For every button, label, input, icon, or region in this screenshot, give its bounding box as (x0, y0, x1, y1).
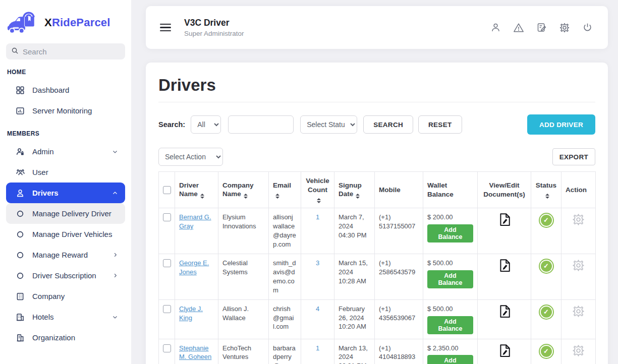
sidebar-item-manage-reward[interactable]: Manage Reward (6, 245, 125, 265)
email-cell: allisonjwallace@dayrep.com (269, 208, 301, 254)
company-cell: EchoTech Ventures (218, 339, 269, 364)
mobile-cell: (+1) 5137155007 (375, 208, 423, 254)
search-category-select[interactable]: All (191, 115, 221, 134)
search-button[interactable]: SEARCH (363, 115, 413, 134)
vehicle-count-link[interactable]: 1 (316, 344, 319, 352)
add-balance-button[interactable]: Add Balance (427, 224, 473, 242)
wallet-amount: $ 200.00 (427, 213, 453, 221)
sidebar-item-server-monitoring[interactable]: Server Monitoring (6, 100, 125, 121)
gear-icon[interactable] (572, 259, 585, 274)
header-status[interactable]: Status (531, 172, 561, 208)
driver-name-link[interactable]: Stephanie M. Goheen (179, 344, 211, 361)
document-edit-icon[interactable] (498, 305, 511, 319)
export-button[interactable]: EXPORT (552, 148, 595, 165)
dashboard-grid-icon (15, 86, 25, 95)
drivers-panel: Drivers Search: All Select Status SEARCH… (146, 63, 608, 364)
vehicle-count-link[interactable]: 3 (316, 259, 319, 267)
driver-person-icon (15, 189, 25, 198)
gear-icon[interactable] (572, 344, 585, 359)
vehicle-count-link[interactable]: 4 (316, 305, 319, 313)
sidebar-item-drivers[interactable]: Drivers (6, 183, 125, 203)
search-input[interactable] (228, 115, 294, 134)
wallet-amount: $ 2,350.00 (427, 344, 458, 352)
add-driver-button[interactable]: ADD DRIVER (527, 114, 595, 135)
add-balance-button[interactable]: Add Balance (427, 316, 473, 334)
row-checkbox[interactable] (163, 259, 171, 267)
warning-icon[interactable] (512, 21, 525, 34)
email-cell: barbaradperry@ar (269, 339, 301, 364)
wallet-cell: $ 500.00Add Balance (423, 299, 478, 339)
status-select[interactable]: Select Status (300, 115, 357, 134)
header-company-name[interactable]: Company Name (218, 172, 269, 208)
wallet-cell: $ 200.00Add Balance (423, 208, 478, 254)
form-edit-icon[interactable] (535, 21, 548, 34)
sidebar-item-admin[interactable]: Admin (6, 141, 125, 162)
company-cell: Celestial Systems (218, 254, 269, 299)
signup-date-cell: March 13, 2024 06:21 PM (334, 339, 375, 364)
sidebar-item-driver-subscription[interactable]: Driver Subscription (6, 265, 125, 286)
email-cell: chrish@gmail.com (269, 299, 301, 339)
select-all-header (159, 172, 175, 208)
signup-date-cell: March 15, 2024 10:28 AM (334, 254, 375, 299)
chevron-down-icon (112, 149, 118, 155)
settings-icon[interactable] (558, 21, 571, 34)
radio-circle-icon (15, 230, 25, 238)
table-header-row: Driver Name Company Name Email Vehicle C… (159, 172, 596, 208)
sidebar-item-company[interactable]: Company (6, 286, 125, 307)
bulk-action-select[interactable]: Select Action (158, 148, 223, 166)
power-icon[interactable] (581, 21, 594, 34)
topbar: V3C Driver Super Administrator (146, 6, 608, 49)
header-wallet-balance: Wallet Balance (423, 172, 478, 208)
hamburger-menu-icon[interactable] (160, 24, 171, 32)
header-driver-name[interactable]: Driver Name (175, 172, 218, 208)
chevron-right-icon (113, 252, 118, 258)
wallet-amount: $ 500.00 (427, 305, 453, 313)
radio-circle-icon (15, 251, 25, 259)
row-checkbox[interactable] (163, 305, 171, 313)
document-edit-icon[interactable] (498, 259, 511, 273)
reset-button[interactable]: RESET (418, 115, 462, 134)
gear-icon[interactable] (572, 213, 585, 228)
check-circle-icon[interactable]: ✓ (539, 305, 554, 320)
sidebar-item-hotels[interactable]: Hotels (6, 307, 125, 327)
company-cell: Elysium Innovations (218, 208, 269, 254)
header-signup-date[interactable]: Signup Date (334, 172, 375, 208)
brand-logo[interactable]: XRideParcel (6, 7, 125, 43)
sidebar-item-dashboard[interactable]: Dashboard (6, 80, 125, 100)
add-balance-button[interactable]: Add Balance (427, 270, 473, 288)
header-email[interactable]: Email (269, 172, 301, 208)
row-checkbox[interactable] (163, 213, 171, 221)
vehicle-count-link[interactable]: 1 (316, 213, 319, 221)
document-edit-icon[interactable] (498, 344, 511, 358)
sidebar-item-user[interactable]: User (6, 162, 125, 183)
driver-name-link[interactable]: Bernard G. Gray (179, 213, 211, 230)
sort-icon (356, 194, 360, 199)
check-circle-icon[interactable]: ✓ (539, 344, 554, 359)
check-circle-icon[interactable]: ✓ (539, 259, 554, 274)
document-edit-icon[interactable] (498, 213, 511, 227)
sidebar-search-input[interactable] (23, 47, 120, 56)
sidebar-item-manage-driver-vehicles[interactable]: Manage Driver Vehicles (6, 224, 125, 245)
signup-date-cell: February 26, 2024 10:20 AM (334, 299, 375, 339)
header-vehicle-count[interactable]: Vehicle Count (301, 172, 334, 208)
add-balance-button[interactable]: Add Balance (427, 355, 473, 364)
sidebar-item-organization[interactable]: Organization (6, 327, 125, 348)
action-row: Select Action EXPORT (158, 148, 595, 166)
topbar-titles: V3C Driver Super Administrator (184, 18, 244, 37)
select-all-checkbox[interactable] (163, 186, 171, 194)
driver-name-link[interactable]: George E. Jones (179, 259, 209, 276)
check-circle-icon[interactable]: ✓ (539, 213, 554, 228)
user-icon[interactable] (489, 21, 502, 34)
table-row: Stephanie M. Goheen EchoTech Ventures ba… (159, 339, 596, 364)
filter-row: Search: All Select Status SEARCH RESET A… (158, 114, 595, 135)
radio-circle-icon (15, 210, 25, 218)
table-row: Bernard G. Gray Elysium Innovations alli… (159, 208, 596, 254)
company-building-icon (15, 292, 25, 301)
driver-name-link[interactable]: Clyde J. King (179, 305, 203, 322)
sidebar-search (6, 43, 125, 59)
row-checkbox[interactable] (163, 344, 171, 352)
mobile-cell: (+1) 4104818893 (375, 339, 423, 364)
gear-icon[interactable] (572, 305, 585, 320)
topbar-icons (489, 21, 594, 34)
sidebar-item-manage-delivery-driver[interactable]: Manage Delivery Driver (6, 203, 125, 224)
